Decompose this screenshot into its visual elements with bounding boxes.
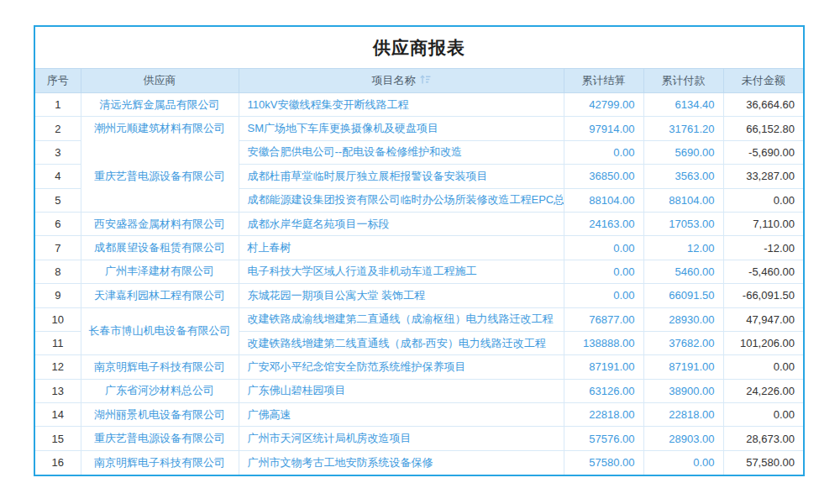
unpaid-cell: 101,206.00 [723,331,803,354]
no-cell: 5 [35,188,81,212]
unpaid-cell: 66,152.80 [723,117,803,140]
table-row: 2潮州元顺建筑材料有限公司SM广场地下车库更换摄像机及硬盘项目97914.003… [35,117,803,140]
paid-cell: 28930.00 [643,307,723,331]
no-cell: 6 [35,212,81,235]
table-row: 14湖州丽景机电设备有限公司广佛高速22818.0022818.000.00 [35,403,803,427]
unpaid-cell: 57,580.00 [723,450,803,474]
no-cell: 11 [35,331,81,354]
table-row: 7成都展望设备租赁有限公司村上春树0.0012.00-12.00 [35,236,803,260]
paid-cell: 6134.40 [643,93,723,117]
settle-cell: 42799.00 [564,93,643,117]
supplier-cell: 重庆艺普电源设备有限公司 [81,427,239,450]
unpaid-cell: -5,690.00 [723,140,803,164]
project-cell: 安徽合肥供电公司--配电设备检修维护和改造 [239,140,564,164]
column-header-label: 序号 [47,74,69,87]
table-row: 6西安盛器金属材料有限公司成都水岸华庭名苑项目一标段24163.0017053.… [35,212,803,235]
settle-cell: 0.00 [564,140,643,164]
paid-cell: 66091.50 [643,284,723,307]
column-header-label: 供应商 [144,74,176,87]
project-cell: 成都能源建设集团投资有限公司临时办公场所装修改造工程EPC总承包 [239,188,564,212]
supplier-cell: 广东省河沙材料总公司 [81,379,239,402]
project-cell: 村上春树 [239,236,564,260]
unpaid-cell: 0.00 [723,188,803,212]
settle-cell: 22818.00 [564,403,643,427]
column-header-label: 未付金额 [742,74,785,87]
supplier-cell [81,140,239,164]
project-cell: 东城花园一期项目公寓大堂 装饰工程 [239,284,564,307]
unpaid-cell: -66,091.50 [723,284,803,307]
no-cell: 14 [35,403,81,427]
paid-cell: 12.00 [643,236,723,260]
table-body: 1清远光辉金属品有限公司110kV安徽线程集变开断线路工程42799.00613… [35,93,803,475]
supplier-cell: 西安盛器金属材料有限公司 [81,212,239,235]
project-cell: 改建铁路成渝线增建第二直通线（成渝枢纽）电力线路迁改工程 [239,307,564,331]
settle-cell: 76877.00 [564,307,643,331]
project-cell: 广安邓小平纪念馆安全防范系统维护保养项目 [239,355,564,379]
paid-cell: 5460.00 [643,260,723,283]
paid-cell: 87191.00 [643,355,723,379]
column-header-project[interactable]: 项目名称 [239,69,564,93]
no-cell: 7 [35,236,81,260]
unpaid-cell: -5,460.00 [723,260,803,283]
settle-cell: 88104.00 [564,188,643,212]
header-row: 序号供应商项目名称累计结算累计付款未付金额 [35,69,803,93]
supplier-report-table: 序号供应商项目名称累计结算累计付款未付金额 1清远光辉金属品有限公司110kV安… [35,68,803,475]
paid-cell: 37682.00 [643,331,723,354]
table-row: 10长春市博山机电设备有限公司改建铁路成渝线增建第二直通线（成渝枢纽）电力线路迁… [35,307,803,331]
paid-cell: 31761.20 [643,117,723,140]
column-header-label: 项目名称 [372,74,416,87]
unpaid-cell: -12.00 [723,236,803,260]
paid-cell: 0.00 [643,450,723,474]
supplier-cell: 广州丰泽建材有限公司 [81,260,239,283]
settle-cell: 63126.00 [564,379,643,402]
settle-cell: 57576.00 [564,427,643,450]
settle-cell: 36850.00 [564,165,643,188]
supplier-cell: 潮州元顺建筑材料有限公司 [81,117,239,140]
table-row: 1清远光辉金属品有限公司110kV安徽线程集变开断线路工程42799.00613… [35,93,803,117]
no-cell: 16 [35,450,81,474]
supplier-cell: 湖州丽景机电设备有限公司 [81,403,239,427]
column-header-label: 累计结算 [582,74,626,87]
supplier-report-card: 供应商报表 序号供应商项目名称累计结算累计付款未付金额 1清远光辉金属品有限公司… [34,25,805,476]
settle-cell: 57580.00 [564,450,643,474]
table-row: 12南京明辉电子科技有限公司广安邓小平纪念馆安全防范系统维护保养项目87191.… [35,355,803,379]
project-cell: 广州市天河区统计局机房改造项目 [239,427,564,450]
project-cell: SM广场地下车库更换摄像机及硬盘项目 [239,117,564,140]
report-title: 供应商报表 [35,27,803,68]
table-row: 3安徽合肥供电公司--配电设备检修维护和改造0.005690.00-5,690.… [35,140,803,164]
paid-cell: 28903.00 [643,427,723,450]
no-cell: 4 [35,165,81,188]
column-header-no: 序号 [35,69,81,93]
table-row: 5成都能源建设集团投资有限公司临时办公场所装修改造工程EPC总承包88104.0… [35,188,803,212]
supplier-cell: 天津嘉利园林工程有限公司 [81,284,239,307]
no-cell: 8 [35,260,81,283]
table-row: 9天津嘉利园林工程有限公司东城花园一期项目公寓大堂 装饰工程0.0066091.… [35,284,803,307]
settle-cell: 87191.00 [564,355,643,379]
supplier-cell: 成都展望设备租赁有限公司 [81,236,239,260]
column-header-supplier: 供应商 [81,69,239,93]
unpaid-cell: 36,664.60 [723,93,803,117]
supplier-cell [81,188,239,212]
project-cell: 广东佛山碧桂园项目 [239,379,564,402]
table-row: 15重庆艺普电源设备有限公司广州市天河区统计局机房改造项目57576.00289… [35,427,803,450]
no-cell: 15 [35,427,81,450]
column-header-unpaid: 未付金额 [723,69,803,93]
column-header-paid: 累计付款 [643,69,723,93]
unpaid-cell: 0.00 [723,403,803,427]
project-cell: 改建铁路线增建第二线直通线（成都-西安）电力线路迁改工程 [239,331,564,354]
paid-cell: 22818.00 [643,403,723,427]
sort-asc-icon[interactable] [420,75,431,87]
paid-cell: 17053.00 [643,212,723,235]
no-cell: 3 [35,140,81,164]
settle-cell: 0.00 [564,260,643,283]
paid-cell: 5690.00 [643,140,723,164]
settle-cell: 0.00 [564,236,643,260]
paid-cell: 88104.00 [643,188,723,212]
supplier-cell: 清远光辉金属品有限公司 [81,93,239,117]
project-cell: 广佛高速 [239,403,564,427]
unpaid-cell: 7,110.00 [723,212,803,235]
project-cell: 成都水岸华庭名苑项目一标段 [239,212,564,235]
table-row: 4重庆艺普电源设备有限公司成都杜甫草堂临时展厅独立展柜报警设备安装项目36850… [35,165,803,188]
table-row: 13广东省河沙材料总公司广东佛山碧桂园项目63126.0038900.0024,… [35,379,803,402]
project-cell: 电子科技大学区域人行道及非机动车道工程施工 [239,260,564,283]
